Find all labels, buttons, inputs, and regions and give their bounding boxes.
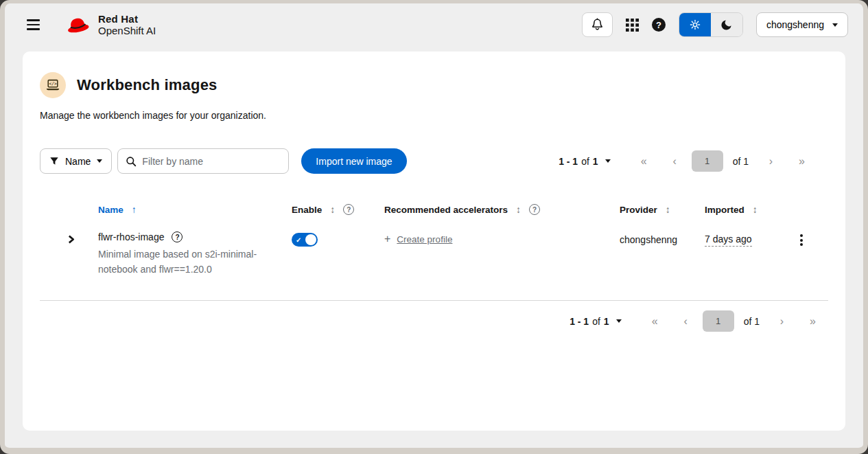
last-page-button[interactable]: » (797, 315, 828, 328)
table-row: flwr-rhos-image ? Minimal image based on… (40, 231, 828, 277)
page-title: Workbench images (77, 76, 218, 94)
app-grid-icon (626, 19, 639, 32)
theme-toggle-group (679, 12, 743, 37)
page-header: </> Workbench images (40, 72, 828, 98)
brand-text: Red Hat OpenShift AI (98, 13, 156, 37)
filter-icon (49, 157, 59, 166)
pagination-menu-toggle[interactable]: 1 - 1 of 1 (570, 316, 622, 327)
table-header: Name ↑ Enable ↕ ? Recommended accelerato… (40, 204, 828, 215)
sort-icon: ↕ (516, 204, 521, 215)
toggle-knob (305, 234, 316, 245)
caret-down-icon (605, 159, 611, 163)
current-page-input[interactable] (692, 150, 723, 172)
notifications-button[interactable] (582, 12, 613, 37)
brand-line-2: OpenShift AI (98, 25, 156, 36)
laptop-code-icon: </> (45, 79, 60, 92)
sun-icon (688, 18, 702, 32)
masthead: Red Hat OpenShift AI (5, 3, 863, 46)
prev-page-button[interactable]: ‹ (659, 155, 690, 168)
browser-window: Red Hat OpenShift AI (0, 0, 868, 454)
toolbar: Name Import new image 1 - 1 of 1 (40, 148, 828, 174)
provider-cell: chongshenng (620, 231, 705, 245)
actions-column-header (796, 204, 828, 215)
column-header-recommended-accelerators[interactable]: Recommended accelerators ↕ ? (384, 204, 620, 215)
row-kebab-menu[interactable] (795, 231, 808, 249)
pagination-menu-toggle[interactable]: 1 - 1 of 1 (559, 156, 611, 167)
import-new-image-button[interactable]: Import new image (301, 148, 406, 174)
page-count-label: of 1 (744, 316, 760, 327)
name-cell: flwr-rhos-image ? Minimal image based on… (98, 231, 292, 277)
imported-cell: 7 days ago (705, 231, 796, 247)
next-page-button[interactable]: › (766, 315, 797, 328)
user-menu-button[interactable]: chongshenng (756, 12, 848, 37)
enable-cell: ✓ (292, 231, 384, 249)
page-subtitle: Manage the workbench images for your org… (40, 110, 828, 121)
workbench-images-icon: </> (40, 72, 66, 98)
column-header-imported[interactable]: Imported ↕ (705, 204, 796, 215)
help-icon[interactable]: ? (172, 231, 183, 242)
pagination-total: 1 (604, 316, 609, 327)
current-page-input[interactable] (703, 310, 734, 332)
expand-column-header (40, 204, 98, 215)
pagination-total: 1 (593, 156, 598, 167)
prev-page-button[interactable]: ‹ (670, 315, 701, 328)
sort-icon: ↕ (753, 204, 758, 215)
filter-dropdown-label: Name (65, 156, 91, 167)
row-actions-cell (796, 231, 828, 249)
column-header-provider[interactable]: Provider ↕ (620, 204, 705, 215)
brand-line-1: Red Hat (98, 13, 156, 25)
enable-toggle[interactable]: ✓ (292, 233, 318, 247)
help-button[interactable]: ? (652, 18, 666, 32)
question-icon: ? (652, 18, 666, 32)
redhat-fedora-icon (63, 14, 92, 35)
search-field (117, 148, 289, 174)
create-profile-link[interactable]: + Create profile (384, 234, 452, 245)
sort-ascending-icon: ↑ (132, 204, 137, 215)
svg-text:</>: </> (49, 81, 57, 87)
last-page-button[interactable]: » (786, 155, 817, 168)
pagination-bottom: 1 - 1 of 1 « ‹ of 1 › » (570, 310, 828, 332)
image-name: flwr-rhos-image (98, 231, 164, 242)
imported-timestamp[interactable]: 7 days ago (705, 234, 752, 247)
recommended-accelerators-cell: + Create profile (384, 231, 620, 245)
chevron-right-icon (67, 235, 75, 244)
image-description: Minimal image based on s2i-minimal-noteb… (98, 247, 260, 277)
caret-down-icon (832, 23, 838, 27)
dark-theme-button[interactable] (711, 13, 742, 36)
caret-down-icon (616, 319, 622, 323)
first-page-button[interactable]: « (629, 155, 659, 168)
table-bottom-divider (40, 300, 828, 301)
light-theme-button[interactable] (679, 13, 711, 36)
pagination-nav: « ‹ of 1 › » (629, 150, 817, 172)
app-launcher-button[interactable] (626, 19, 639, 32)
page-count-label: of 1 (733, 156, 749, 167)
pagination-range: 1 - 1 (559, 156, 578, 167)
help-icon[interactable]: ? (529, 204, 540, 215)
content-card: </> Workbench images Manage the workbenc… (23, 52, 845, 431)
sort-icon: ↕ (330, 204, 335, 215)
column-header-enable[interactable]: Enable ↕ ? (292, 204, 384, 215)
caret-down-icon (97, 159, 102, 163)
bell-icon (590, 18, 605, 32)
next-page-button[interactable]: › (755, 155, 786, 168)
pagination-of-label: of (592, 316, 600, 327)
pagination-nav: « ‹ of 1 › » (640, 310, 828, 332)
help-icon[interactable]: ? (343, 204, 354, 215)
column-header-name[interactable]: Name ↑ (98, 204, 292, 215)
pagination-range: 1 - 1 (570, 316, 589, 327)
pagination-of-label: of (581, 156, 589, 167)
search-input[interactable] (142, 156, 281, 167)
first-page-button[interactable]: « (640, 315, 670, 328)
plus-icon: + (384, 234, 390, 245)
masthead-actions: ? (582, 12, 848, 37)
check-icon: ✓ (296, 236, 301, 244)
sort-icon: ↕ (666, 204, 670, 215)
expand-row-button[interactable] (66, 234, 76, 247)
search-icon (126, 156, 137, 167)
moon-icon (720, 19, 733, 32)
pagination-top: 1 - 1 of 1 « ‹ of 1 › » (559, 150, 817, 172)
expand-cell (40, 231, 98, 247)
filter-column-dropdown[interactable]: Name (40, 148, 112, 174)
nav-toggle-button[interactable] (23, 15, 44, 34)
user-menu-label: chongshenng (766, 19, 824, 30)
